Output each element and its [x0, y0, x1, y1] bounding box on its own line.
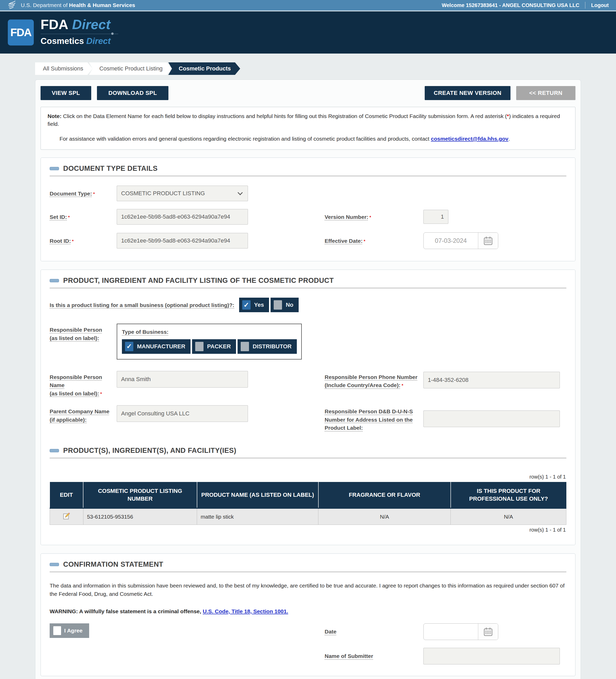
- breadcrumb: All Submissions Cosmetic Product Listing…: [35, 62, 616, 75]
- calendar-button[interactable]: [478, 624, 498, 640]
- product-ingredient-facility-section: PRODUCT, INGREDIENT AND FACILITY LISTING…: [40, 269, 576, 545]
- duns-number-label[interactable]: Responsible Person D&B D-U-N-S Number fo…: [325, 409, 413, 431]
- distributor-option[interactable]: DISTRIBUTOR: [237, 339, 297, 354]
- professional-use-column-header: IS THIS PRODUCT FOR PROFESSIONAL USE ONL…: [451, 482, 566, 508]
- brand-text: FDA Direct Cosmetics Direct: [40, 18, 118, 47]
- section-title: CONFIRMATION STATEMENT: [63, 560, 163, 569]
- fda-direct-title: FDA Direct: [40, 18, 118, 34]
- set-id-label[interactable]: Set ID:: [50, 214, 67, 220]
- responsible-person-label[interactable]: Responsible Person(as listed on label):: [50, 327, 102, 341]
- listing-number-column-header: COSMETIC PRODUCT LISTING NUMBER: [83, 482, 197, 508]
- products-table: EDIT COSMETIC PRODUCT LISTING NUMBER PRO…: [50, 482, 566, 525]
- effective-date-group: 07-03-2024: [423, 232, 498, 249]
- breadcrumb-cosmetic-product-listing[interactable]: Cosmetic Product Listing: [89, 62, 172, 75]
- effective-date-field[interactable]: 07-03-2024: [424, 233, 478, 249]
- hhs-top-bar: U.S. Department of Health & Human Servic…: [0, 0, 616, 11]
- us-code-link[interactable]: U.S. Code, Title 18, Section 1001.: [203, 608, 288, 614]
- edit-column-header: EDIT: [50, 482, 84, 508]
- hhs-eagle-icon: [7, 0, 17, 10]
- root-id-label[interactable]: Root ID:: [50, 238, 71, 244]
- small-business-yes-option[interactable]: Yes: [239, 298, 269, 312]
- brand-dot: [111, 32, 114, 35]
- collapse-dash-icon[interactable]: [50, 167, 59, 170]
- confirmation-date-group: [423, 623, 498, 640]
- set-id-field[interactable]: 1c62e1ee-5b98-5ad8-e063-6294a90a7e94: [117, 209, 248, 225]
- view-spl-button[interactable]: VIEW SPL: [40, 86, 91, 100]
- confirmation-date-field[interactable]: [424, 624, 478, 640]
- professional-use-cell: N/A: [451, 508, 566, 525]
- effective-date-label[interactable]: Effective Date:: [325, 238, 363, 244]
- listing-number-cell: 53-612105-953156: [83, 508, 197, 525]
- calendar-button[interactable]: [478, 233, 498, 249]
- divider: [50, 458, 566, 458]
- toolbar: VIEW SPL DOWNLOAD SPL CREATE NEW VERSION…: [40, 86, 576, 100]
- divider: [50, 288, 566, 288]
- collapse-dash-icon[interactable]: [50, 449, 59, 452]
- divider: [50, 572, 566, 572]
- small-business-no-option[interactable]: No: [270, 298, 298, 312]
- rowcount-top: row(s) 1 - 1 of 1: [50, 474, 566, 480]
- parent-company-name-label[interactable]: Parent Company Name(if applicable):: [50, 409, 109, 423]
- note-text: Note: Click on the Data Element Name for…: [47, 112, 569, 128]
- main-form-card: VIEW SPL DOWNLOAD SPL CREATE NEW VERSION…: [35, 79, 581, 679]
- responsible-person-phone-field[interactable]: 1-484-352-6208: [423, 372, 560, 388]
- rowcount-bottom: row(s) 1 - 1 of 1: [50, 527, 566, 533]
- packer-option[interactable]: PACKER: [192, 339, 236, 354]
- fda-logo: FDA: [8, 20, 34, 45]
- agency-title: U.S. Department of Health & Human Servic…: [21, 2, 135, 8]
- i-agree-checkbox-button[interactable]: I Agree: [50, 623, 89, 638]
- responsible-person-name-field[interactable]: Anna Smith: [117, 371, 248, 388]
- assistance-text: For assistance with validation errors an…: [47, 135, 569, 143]
- section-title: PRODUCT, INGREDIENT AND FACILITY LISTING…: [63, 277, 334, 285]
- document-type-details-section: DOCUMENT TYPE DETAILS Document Type: * C…: [40, 158, 576, 261]
- version-number-label[interactable]: Version Number:: [325, 214, 368, 220]
- welcome-text: Welcome 15267383641 - ANGEL CONSULTING U…: [442, 2, 579, 8]
- edit-row-icon[interactable]: [62, 512, 71, 520]
- document-type-select[interactable]: COSMETIC PRODUCT LISTING: [117, 186, 248, 201]
- distributor-checkbox[interactable]: [241, 342, 249, 351]
- collapse-dash-icon[interactable]: [50, 279, 59, 282]
- fragrance-cell: N/A: [318, 508, 451, 525]
- collapse-dash-icon[interactable]: [50, 563, 59, 566]
- note-box: Note: Click on the Data Element Name for…: [40, 107, 576, 150]
- create-new-version-button[interactable]: CREATE NEW VERSION: [425, 86, 511, 100]
- fda-brand-header: FDA FDA Direct Cosmetics Direct: [0, 11, 616, 54]
- duns-number-field[interactable]: [423, 411, 560, 427]
- responsible-person-phone-label[interactable]: Responsible Person Phone Number(Include …: [325, 374, 417, 388]
- name-of-submitter-field[interactable]: [423, 648, 560, 665]
- no-checkbox[interactable]: [274, 300, 282, 310]
- download-spl-button[interactable]: DOWNLOAD SPL: [97, 86, 168, 100]
- date-label[interactable]: Date: [325, 628, 336, 635]
- document-type-label[interactable]: Document Type:: [50, 191, 92, 196]
- chevron-down-icon: [237, 190, 243, 195]
- small-business-label[interactable]: Is this a product listing for a small bu…: [50, 301, 234, 309]
- breadcrumb-cosmetic-products: Cosmetic Products: [168, 62, 240, 75]
- type-of-business-label[interactable]: Type of Business:: [122, 329, 168, 335]
- version-number-field[interactable]: 1: [423, 210, 448, 224]
- manufacturer-checkbox[interactable]: [125, 342, 133, 351]
- cosmeticsdirect-email-link[interactable]: cosmeticsdirect@fda.hhs.gov: [431, 136, 509, 142]
- divider: [50, 176, 566, 176]
- root-id-field[interactable]: 1c62e1ee-5b99-5ad8-e063-6294a90a7e94: [117, 233, 248, 249]
- confirmation-statement-section: CONFIRMATION STATEMENT The data and info…: [40, 553, 576, 676]
- name-of-submitter-label[interactable]: Name of Submitter: [325, 653, 373, 659]
- confirmation-text: The data and information in this submiss…: [50, 582, 566, 598]
- return-button[interactable]: << RETURN: [516, 86, 576, 100]
- section-title: DOCUMENT TYPE DETAILS: [63, 165, 158, 172]
- breadcrumb-all-submissions[interactable]: All Submissions: [35, 62, 93, 75]
- packer-checkbox[interactable]: [195, 342, 203, 351]
- divider: [585, 2, 585, 8]
- table-row: 53-612105-953156 matte lip stick N/A N/A: [50, 508, 566, 525]
- logout-link[interactable]: Logout: [591, 2, 609, 8]
- subsection-title: PRODUCT(S), INGREDIENT(S), AND FACILITY(…: [63, 447, 236, 455]
- warning-text: WARNING: A willfully false statement is …: [50, 608, 566, 615]
- parent-company-name-field[interactable]: Angel Consulting USA LLC: [117, 405, 248, 422]
- manufacturer-option[interactable]: MANUFACTURER: [122, 339, 191, 354]
- fragrance-column-header: FRAGRANCE OR FLAVOR: [318, 482, 451, 508]
- product-name-cell: matte lip stick: [197, 508, 318, 525]
- agree-checkbox[interactable]: [53, 626, 61, 635]
- table-header-row: EDIT COSMETIC PRODUCT LISTING NUMBER PRO…: [50, 482, 566, 508]
- cosmetics-direct-subtitle: Cosmetics Direct: [40, 36, 118, 46]
- yes-checkbox[interactable]: [242, 300, 251, 310]
- responsible-person-name-label[interactable]: Responsible Person Name(as listed on lab…: [50, 374, 102, 396]
